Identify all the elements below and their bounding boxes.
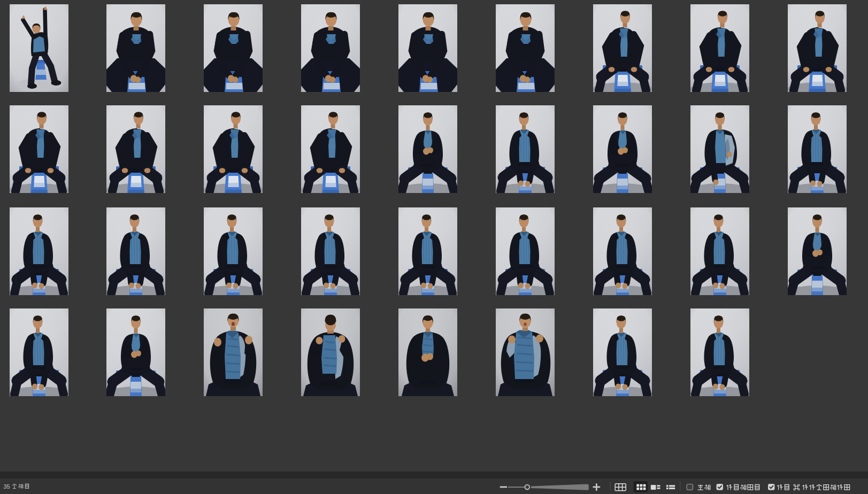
svg-text:35: 35 [4, 483, 10, 490]
